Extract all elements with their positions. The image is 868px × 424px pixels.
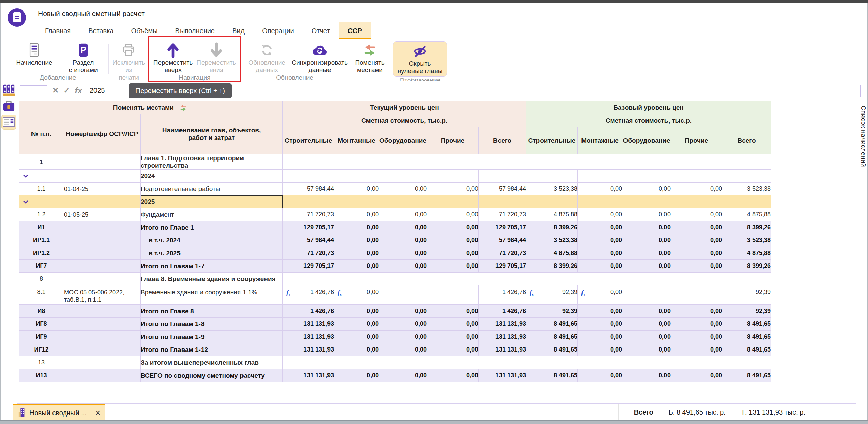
tab-glavnaya[interactable]: Главная [36,22,80,39]
accrual-button[interactable]: Начисление [9,41,60,66]
section-with-totals-button[interactable]: P Раздел с итогами [60,41,107,74]
cell-num[interactable]: 1.1 [19,183,64,195]
cell-num[interactable]: 1.2 [19,208,64,221]
cell-value[interactable]: 3 523,38 [722,183,771,195]
cell-value[interactable] [722,170,771,183]
cell-value[interactable]: fx0,00 [578,285,622,305]
cell-name[interactable]: Итого по Главе 8 [141,305,283,318]
cell-value[interactable]: 92,39 [722,305,771,318]
cell-code[interactable] [64,260,141,273]
cell-value[interactable] [379,170,427,183]
cell-value[interactable] [479,195,526,208]
fx-function-icon[interactable]: fx [75,86,82,96]
cell-value[interactable]: 71 720,73 [479,247,526,260]
cell-value[interactable]: fx0,00 [334,285,379,305]
cell-value[interactable]: 0,00 [427,369,479,382]
cell-code[interactable]: МОС.05.05-006.2022, таб.В.1, п.1.1 [64,285,141,305]
cell-value[interactable]: 0,00 [334,234,379,247]
cell-value[interactable]: 0,00 [334,331,379,343]
cell-value[interactable]: 8 399,26 [722,221,771,234]
cell-value[interactable]: 8 491,65 [526,343,578,356]
cell-value[interactable]: 4 875,88 [722,208,771,221]
cell-value[interactable]: 3 523,38 [526,234,578,247]
cell-value[interactable]: 0,00 [334,318,379,331]
cell-num[interactable]: И8 [19,305,64,318]
cell-value[interactable]: 8 399,26 [722,260,771,273]
cell-code[interactable] [64,356,141,369]
cell-value[interactable]: 0,00 [379,305,427,318]
cell-value[interactable]: 0,00 [379,369,427,382]
cell-num[interactable]: 8.1 [19,285,64,305]
confirm-icon[interactable]: ✓ [63,86,70,95]
cell-num[interactable]: И13 [19,369,64,382]
cell-value[interactable]: 8 491,65 [526,331,578,343]
cell-name[interactable]: Итого по Главам 1-12 [141,343,283,356]
cell-name[interactable]: Глава 1. Подготовка территории строитель… [141,154,283,170]
cell-value[interactable]: 0,00 [671,208,722,221]
cell-num[interactable] [19,195,64,208]
cell-value[interactable]: 0,00 [671,247,722,260]
cell-value[interactable]: 0,00 [671,369,722,382]
cell-value[interactable] [622,285,671,305]
accruals-list-panel-tab[interactable]: Список начислений [856,101,867,173]
cell-value[interactable]: 0,00 [622,318,671,331]
cell-value[interactable]: 0,00 [578,318,622,331]
cell-value[interactable]: 0,00 [578,221,622,234]
cell-value[interactable]: 0,00 [671,260,722,273]
cell-name[interactable]: 2025 [141,195,283,208]
cell-value[interactable]: 71 720,73 [479,208,526,221]
cell-value[interactable]: 0,00 [379,234,427,247]
cell-name[interactable]: в т.ч. 2025 [141,247,283,260]
cell-name[interactable]: Итого по Главам 1-9 [141,331,283,343]
estimate-sheet-panel-icon[interactable] [1,115,16,130]
cell-values-base[interactable] [526,356,771,369]
cell-value[interactable]: 0,00 [379,260,427,273]
cell-value[interactable]: 0,00 [379,247,427,260]
cell-code[interactable] [64,234,141,247]
cell-value[interactable]: 0,00 [622,234,671,247]
cell-value[interactable] [671,285,722,305]
cell-value[interactable]: 0,00 [427,305,479,318]
cell-value[interactable]: 0,00 [427,331,479,343]
cell-name[interactable]: За итогом вышеперечисленных глав [141,356,283,369]
cell-value[interactable]: 0,00 [622,369,671,382]
cell-value[interactable]: 0,00 [671,221,722,234]
cell-name[interactable]: ВСЕГО по сводному сметному расчету [141,369,283,382]
cell-value[interactable]: 129 705,17 [283,260,334,273]
close-icon[interactable]: ✕ [95,409,101,417]
cell-value[interactable]: 8 491,65 [722,331,771,343]
cell-code[interactable] [64,273,141,285]
cell-code[interactable] [64,154,141,170]
refresh-data-button[interactable]: Обновление данных [242,41,292,74]
cell-code[interactable] [64,170,141,183]
cell-value[interactable]: 131 131,93 [283,343,334,356]
cell-value[interactable]: 0,00 [622,208,671,221]
cell-code[interactable] [64,247,141,260]
cell-value[interactable]: 0,00 [427,318,479,331]
tab-otchet[interactable]: Отчет [303,22,339,39]
cell-code[interactable] [64,195,141,208]
cell-value[interactable]: 0,00 [578,208,622,221]
cell-value[interactable]: 8 491,65 [526,318,578,331]
cell-value[interactable]: 131 131,93 [479,343,526,356]
cell-value[interactable]: 0,00 [379,331,427,343]
cell-value[interactable] [722,195,771,208]
cell-code[interactable] [64,221,141,234]
cell-num[interactable]: ИГ7 [19,260,64,273]
cell-name[interactable]: Итого по Главам 1-7 [141,260,283,273]
cell-value[interactable]: 0,00 [578,183,622,195]
document-tab[interactable]: Новый сводный ... ✕ [13,404,105,421]
cell-value[interactable]: 0,00 [622,305,671,318]
cell-value[interactable] [526,170,578,183]
cell-name[interactable]: Подготовительные работы [141,183,283,195]
cell-name[interactable]: Итого по Главе 1 [141,221,283,234]
cell-value[interactable]: 0,00 [671,318,722,331]
cell-value[interactable]: 1 426,76 [479,305,526,318]
cell-value[interactable]: 0,00 [578,260,622,273]
cell-value[interactable] [671,195,722,208]
cell-code[interactable]: 01-05-25 [64,208,141,221]
cell-code[interactable] [64,369,141,382]
cell-value[interactable]: 0,00 [578,343,622,356]
cell-num[interactable]: ИГ9 [19,331,64,343]
cell-num[interactable]: ИР1.1 [19,234,64,247]
